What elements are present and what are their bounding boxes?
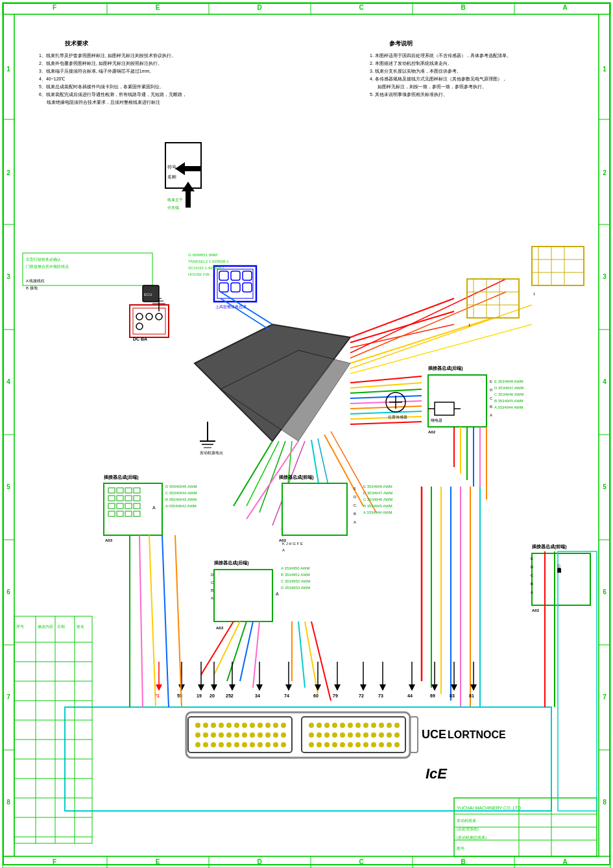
svg-text:1. 本图样适用于国四后处理系统（不含传感器），具体参考选配: 1. 本图样适用于国四后处理系统（不含传感器），具体参考选配清单。	[370, 53, 511, 58]
svg-point-341	[234, 742, 239, 747]
svg-point-345	[265, 742, 270, 747]
svg-text:5: 5	[6, 483, 10, 490]
svg-text:符号: 符号	[167, 165, 176, 169]
svg-text:5. 其他未说明事项参照相关标准执行。: 5. 其他未说明事项参照相关标准执行。	[370, 92, 448, 97]
svg-text:A02: A02	[532, 609, 540, 612]
svg-rect-0	[3, 3, 610, 14]
svg-text:1、线束扎带及护套参照图样标注, 如图样无标注则按技术协议执: 1、线束扎带及护套参照图样标注, 如图样无标注则按技术协议执行。	[39, 53, 176, 58]
svg-text:YUCHAI MACHINERY CO.,LTD: YUCHAI MACHINERY CO.,LTD	[457, 806, 521, 810]
svg-rect-14	[3, 856, 610, 868]
svg-text:D 3534953 AWM: D 3534953 AWM	[281, 586, 310, 590]
svg-text:72: 72	[359, 693, 364, 698]
svg-point-383	[387, 742, 392, 747]
svg-point-384	[394, 742, 400, 747]
svg-text:HOUSE    FW-: HOUSE FW-	[188, 272, 210, 276]
svg-text:1: 1	[6, 66, 10, 73]
svg-text:UCE: UCE	[422, 728, 446, 741]
svg-text:B 3534951 AWM: B 3534951 AWM	[281, 573, 310, 577]
svg-text:D: D	[531, 565, 534, 569]
svg-text:69: 69	[430, 693, 435, 698]
svg-text:B 接地: B 接地	[26, 285, 38, 290]
svg-text:B 05040643 AWM: B 05040643 AWM	[165, 498, 197, 501]
svg-text:D 3534947 AWM: D 3534947 AWM	[363, 491, 392, 495]
svg-text:1: 1	[603, 66, 607, 73]
svg-text:序号: 序号	[16, 624, 24, 629]
svg-text:6: 6	[603, 588, 607, 596]
svg-point-371	[387, 732, 392, 738]
svg-text:3: 3	[6, 273, 10, 280]
svg-text:名称: 名称	[167, 175, 176, 179]
svg-text:发动机线束: 发动机线束	[457, 819, 476, 823]
svg-text:B: B	[531, 582, 533, 586]
svg-text:插接器总成(后端): 插接器总成(后端)	[427, 365, 463, 371]
svg-text:7: 7	[603, 693, 607, 701]
svg-text:4、40~120℃: 4、40~120℃	[39, 77, 66, 81]
svg-point-320	[258, 723, 263, 728]
svg-text:A: A	[276, 592, 279, 596]
svg-text:8: 8	[603, 799, 607, 806]
svg-point-382	[379, 742, 384, 747]
svg-point-350	[317, 723, 322, 728]
svg-point-357	[371, 723, 376, 728]
svg-text:2、线束外包覆参照图样标注, 如图样无标注则按照标注执行。: 2、线束外包覆参照图样标注, 如图样无标注则按照标注执行。	[39, 61, 162, 66]
svg-text:A03: A03	[105, 538, 113, 542]
svg-text:4: 4	[603, 378, 607, 385]
svg-text:E 3534948 AWM: E 3534948 AWM	[363, 485, 392, 488]
svg-text:6、线束装配完成后须进行导通性检测，所有线路导通，无短路，无: 6、线束装配完成后须进行导通性检测，所有线路导通，无短路，无断路，	[39, 92, 187, 97]
svg-point-324	[195, 732, 200, 738]
svg-point-312	[195, 723, 200, 728]
svg-text:44: 44	[407, 693, 413, 698]
svg-text:19: 19	[197, 693, 202, 698]
svg-point-339	[219, 742, 224, 747]
svg-point-333	[265, 732, 270, 738]
svg-text:34: 34	[255, 693, 260, 698]
svg-point-369	[371, 732, 376, 738]
svg-text:E: E	[490, 380, 492, 383]
svg-point-314	[211, 723, 216, 728]
svg-point-373	[309, 742, 314, 747]
svg-text:C: C	[359, 858, 363, 865]
svg-point-363	[324, 732, 330, 738]
svg-point-330	[242, 732, 247, 738]
svg-text:A02: A02	[428, 430, 436, 434]
svg-text:G-0098651 6MM: G-0098651 6MM	[188, 253, 217, 257]
svg-point-326	[211, 732, 216, 738]
svg-point-328	[226, 732, 232, 738]
svg-point-313	[203, 723, 208, 728]
svg-point-365	[340, 732, 345, 738]
svg-text:B: B	[490, 405, 492, 409]
svg-point-355	[355, 723, 361, 728]
svg-point-351	[324, 723, 330, 728]
svg-point-315	[219, 723, 224, 728]
svg-text:4: 4	[6, 378, 10, 385]
svg-point-322	[273, 723, 278, 728]
svg-text:D: D	[354, 495, 357, 499]
svg-text:B: B	[461, 4, 465, 11]
svg-text:A 线接线柱: A 线接线柱	[26, 278, 45, 283]
svg-text:D 05040645 AWM: D 05040645 AWM	[165, 485, 197, 488]
svg-text:继电器: 继电器	[431, 418, 442, 422]
svg-text:插接器总成(前端): 插接器总成(前端)	[278, 474, 314, 480]
svg-text:F: F	[53, 858, 56, 865]
svg-point-358	[379, 723, 384, 728]
svg-point-338	[211, 742, 216, 747]
wiring-diagram: F E D C B A F E D C B A 1 2 3 4 5 6 7 8 …	[0, 0, 613, 868]
svg-point-349	[309, 723, 314, 728]
svg-text:C: C	[531, 573, 534, 577]
svg-point-379	[355, 742, 361, 747]
svg-point-375	[324, 742, 330, 747]
svg-text:D 3534947 AWM: D 3534947 AWM	[494, 386, 523, 390]
svg-point-335	[281, 732, 286, 738]
svg-point-332	[258, 732, 263, 738]
svg-point-347	[281, 742, 286, 747]
svg-text:A 05040642 AWM: A 05040642 AWM	[165, 504, 197, 508]
svg-text:插接器总成(后端): 插接器总成(后端)	[103, 474, 139, 480]
svg-text:C: C	[490, 396, 493, 400]
svg-text:A: A	[354, 520, 356, 524]
svg-text:TANKSEL2  1-929938-1: TANKSEL2 1-929938-1	[188, 259, 229, 263]
svg-text:C 05040644 AWM: C 05040644 AWM	[165, 491, 197, 495]
svg-text:C 3534952 AWM: C 3534952 AWM	[281, 579, 310, 583]
svg-point-352	[332, 723, 337, 728]
svg-text:E: E	[354, 487, 356, 490]
svg-text:插接器总成(前端): 插接器总成(前端)	[531, 544, 567, 549]
